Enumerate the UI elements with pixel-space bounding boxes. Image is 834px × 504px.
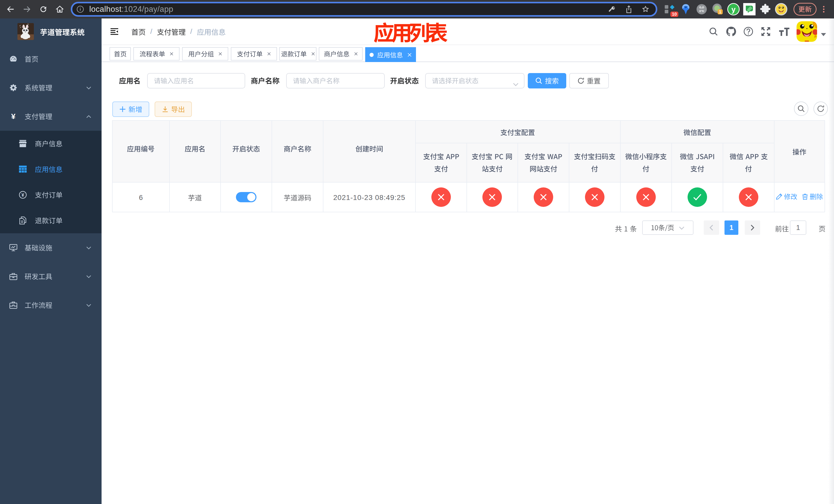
svg-text:y: y [731,5,736,14]
svg-text:¥: ¥ [22,192,24,198]
svg-text:¥: ¥ [11,112,16,120]
svg-text:1: 1 [719,10,721,14]
